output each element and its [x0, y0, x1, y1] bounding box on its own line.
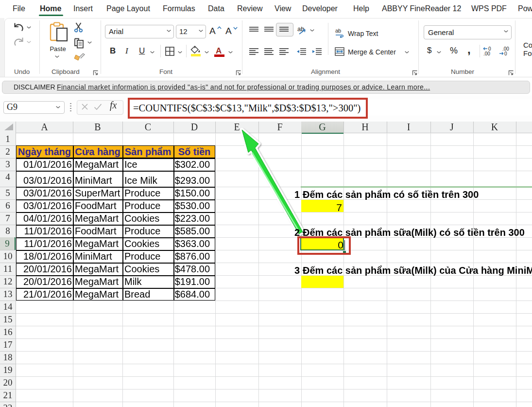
svg-text:.00: .00	[483, 51, 490, 56]
svg-text:0: 0	[504, 51, 507, 56]
svg-text:ab: ab	[335, 28, 341, 34]
